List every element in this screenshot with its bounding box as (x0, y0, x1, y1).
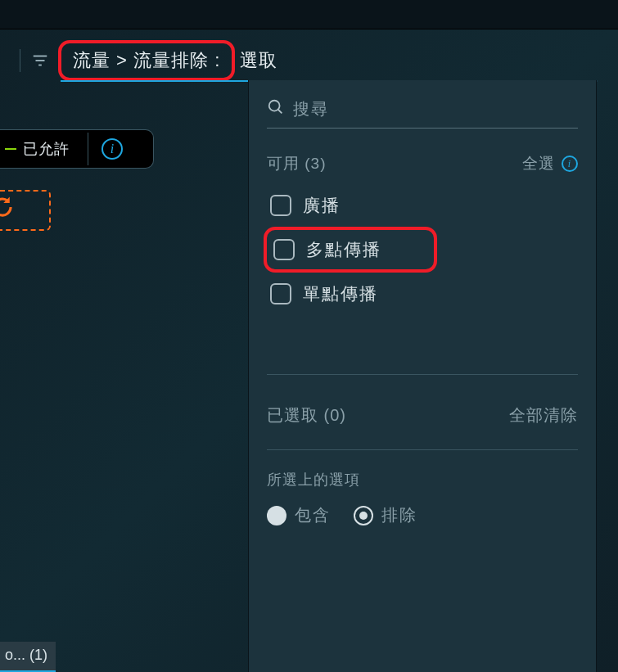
checkbox[interactable] (273, 239, 295, 260)
allowed-label: 已允許 (23, 139, 70, 159)
breadcrumb-text: 流量 > 流量排除 : (73, 48, 220, 73)
selected-header: 已選取 (0) 全部清除 (267, 374, 578, 449)
available-header: 可用 (3) 全選 i (267, 153, 578, 174)
radio-include[interactable]: 包含 (267, 504, 331, 526)
option-broadcast[interactable]: 廣播 (267, 186, 578, 225)
clear-all-button[interactable]: 全部清除 (509, 404, 578, 426)
refresh-icon (0, 195, 15, 219)
svg-point-3 (269, 101, 280, 111)
radio-group: 包含 排除 (267, 504, 578, 526)
radio-exclude[interactable]: 排除 (354, 504, 417, 526)
breadcrumb-trailing[interactable]: 選取 (240, 48, 277, 73)
radio-dot-icon (359, 512, 368, 520)
select-all-label: 全選 (522, 153, 555, 174)
allowed-indicator (5, 148, 16, 150)
available-count: 可用 (3) (267, 153, 327, 174)
search-input[interactable] (293, 100, 578, 119)
option-multicast[interactable]: 多點傳播 (264, 227, 437, 273)
checkbox[interactable] (270, 283, 291, 304)
svg-line-4 (278, 110, 282, 114)
option-unicast[interactable]: 單點傳播 (267, 274, 578, 313)
select-all-button[interactable]: 全選 i (522, 153, 578, 174)
radio-label: 排除 (381, 504, 417, 526)
search-row (267, 95, 578, 129)
info-icon[interactable]: i (101, 138, 123, 160)
breadcrumb-highlight: 流量 > 流量排除 : (58, 40, 235, 81)
options-list: 廣播 多點傳播 單點傳播 (267, 186, 578, 374)
radio-icon (267, 506, 286, 525)
option-label: 廣播 (303, 194, 341, 217)
checkbox[interactable] (270, 195, 291, 216)
radio-icon (354, 506, 373, 525)
divider (20, 49, 20, 72)
search-icon (267, 98, 293, 120)
breadcrumb-row: 流量 > 流量排除 : 選取 (0, 39, 618, 82)
selected-count: 已選取 (0) (267, 404, 346, 426)
tab-underline-active (61, 80, 249, 82)
option-label: 多點傳播 (306, 238, 381, 261)
drop-target[interactable] (0, 190, 51, 231)
option-label: 單點傳播 (303, 282, 378, 305)
divider (88, 133, 88, 165)
bottom-left-label: o... (1) (5, 647, 47, 663)
bottom-left-chip[interactable]: o... (1) (0, 642, 56, 672)
radio-label: 包含 (295, 504, 331, 526)
top-bar (0, 0, 618, 29)
filter-panel: 可用 (3) 全選 i 廣播 多點傳播 單點傳播 已選取 (0) 全部清除 (248, 80, 597, 672)
app-root: 流量 > 流量排除 : 選取 已允許 i o... (1) (0, 0, 618, 672)
chosen-options-section: 所選上的選項 包含 排除 (267, 449, 578, 543)
chosen-options-title: 所選上的選項 (267, 470, 578, 489)
filter-icon[interactable] (29, 49, 52, 72)
info-icon[interactable]: i (562, 156, 578, 172)
allowed-pill[interactable]: 已允許 i (0, 129, 154, 169)
